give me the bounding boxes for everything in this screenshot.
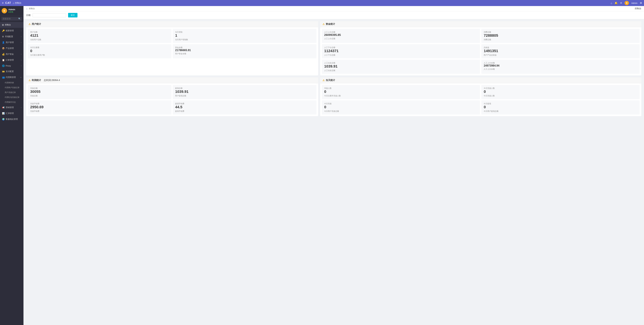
admin-label: Admin [631,2,638,4]
config-icon: ⚙ [2,35,4,38]
stat-value: 2950.69 [30,105,169,109]
user-stats-grid: 用户总数 4121 当前用户总数 当天登陆 1 当天用户登陆数 当天注册量 [28,29,316,58]
sidebar-item-user-manage[interactable]: 👤 用户管理 › [0,39,24,45]
sidebar-item-label: 代理商管理 [6,76,16,79]
warn-icon: ⚠ [28,23,31,25]
sidebar-item-label: 常规配置 [5,35,13,38]
order-icon: 📋 [2,59,5,61]
stat-desc: 用户提现总额 [175,94,314,97]
stat-value: 24973984.94 [484,64,637,67]
submenu-agent-list[interactable]: 代理商列表 [0,80,24,85]
stat-title: 提现总额 [175,87,314,89]
sidebar-item-payment-config[interactable]: 💳 支付配置 [0,68,24,74]
stat-card-manual-out: 人工出款总额 1039.91 人工出款总额 [322,60,480,74]
stat-card-manual-add: 人工上分总额 26099395.85 人工上分总额 [322,29,480,43]
chevron-right-icon: › [21,30,22,32]
settings-button[interactable]: ⚙ [640,1,642,4]
stat-card-today-recharge-count: 今日充值人数 0 今日充值人数 [481,85,640,99]
stat-title: 人工上分总额 [324,31,478,33]
today-stats-body: 充值人数 0 今日注册并充值人数 今日充值人数 0 今日充值人数 今日充值 [320,83,641,116]
search-input[interactable] [3,17,18,20]
stat-title: 当天注册量 [30,46,169,49]
submenu-user-recharge[interactable]: 用户充值记录 [0,90,24,95]
stat-desc: 当天新注册用户数 [30,54,169,56]
stat-value: 7288805 [484,33,637,38]
sidebar-item-label: 用户资金 [6,53,14,56]
stat-value: 1124371 [324,49,478,53]
stat-desc: 用户资金余额 [175,52,314,55]
sidebar-item-common-config[interactable]: ⚙ 常规配置 › [0,34,24,39]
profit-stats-header: ⚠ 利润统计 总利润:26064.4 [26,77,318,83]
hamburger-icon[interactable]: ≡ [2,1,4,4]
stat-title: 人工出款总额 [324,62,478,64]
home-button[interactable]: ⌂ [611,2,612,4]
submenu-agent-log[interactable]: 代理操作日志 [0,100,24,105]
dashboard-icon: ⊞ [2,24,4,26]
panel-row-1: ⚠ 用户统计 用户总数 4121 当前用户总数 当天登陆 [26,21,641,75]
stat-desc: 人工下分总额 [324,54,478,56]
sidebar-user: B Admin ●在线 [0,6,24,15]
sidebar-search-container[interactable]: 🔍 [1,17,22,21]
stat-title: 充值人数 [324,87,478,89]
sidebar-item-agent-manage[interactable]: 👥 代理商管理 ∨ [0,74,24,80]
stat-desc: 人工上分总额 [324,37,478,40]
sidebar-item-proxy[interactable]: 🌐 Proxy › [0,63,24,68]
stat-card-withdraw-fee: 提现手续费 44.5 提现手续费 [173,100,316,114]
stat-desc: 用户产品总收益 [484,54,637,56]
sidebar-item-customer-site[interactable]: 🌍 客服地址管理 [0,116,24,122]
sidebar-item-label: 用户管理 [6,41,14,44]
sidebar-item-order-manage[interactable]: 📋 订单管理 › [0,57,24,63]
stat-value: 4121 [30,33,169,38]
stat-value: 0 [484,105,637,109]
profit-stats-title: 利润统计 [32,79,41,82]
stat-title: 提现手续费 [175,102,314,105]
notification-button[interactable]: 🔔 [614,1,618,4]
stat-value: 1039.91 [324,64,478,68]
user-info: Admin ●在线 [8,8,15,13]
chevron-right-icon: › [21,36,22,37]
sidebar-item-user-funds[interactable]: 💰 用户资金 › [0,51,24,57]
header-breadcrumb-label: 控制台 [15,1,22,4]
warn-icon: ⚠ [322,79,325,82]
stat-card-balance: 资金余额 21786665.91 用户资金余额 [173,44,316,58]
sidebar-item-label: Proxy [6,65,11,67]
profit-stats-grid: 充值总额 30055 充值总额 提现总额 1039.91 用户提现总额 充值手续… [28,85,316,114]
proxy-icon: 🌐 [2,64,5,67]
date-input[interactable] [32,13,66,17]
date-label: 日期 [26,14,30,17]
stat-value: 0 [30,49,169,53]
sidebar-item-label: 权限管理 [6,29,14,32]
stat-card-today-register: 当天注册量 0 当天新注册用户数 [28,44,172,58]
stat-value: 0 [324,89,478,94]
chevron-right-icon: › [21,107,22,108]
sidebar-item-label: 产品管理 [6,47,14,50]
submenu-agent-hongbao[interactable]: 代理红包充值记录 [0,95,24,100]
stat-card-withdraw-total: 提现总额 1039.91 用户提现总额 [173,85,316,99]
stat-desc: 今日用户充值总额 [324,110,478,112]
submit-button[interactable]: 提交 [68,13,78,17]
stat-card-manual-sub: 人工下分总额 1124371 人工下分总额 [322,44,480,58]
stat-desc: 今日用户提现总额 [484,110,637,112]
sidebar-item-marketing[interactable]: 📢 营销管理 › [0,105,24,110]
sidebar-item-label: 控制台 [5,23,11,26]
header-breadcrumb: ⌂ 控制台 [13,1,21,4]
sidebar-item-dashboard[interactable]: ⊞ 控制台 [0,22,24,28]
close-button[interactable]: ✕ [620,1,622,4]
stat-title: 人工下分总额 [324,46,478,49]
agent-icon: 👥 [2,76,5,79]
warn-icon: ⚠ [322,23,325,25]
user-icon: 👤 [2,41,5,44]
stat-desc: 今日注册并充值人数 [324,94,478,97]
sidebar-item-product-manage[interactable]: 📦 产品管理 [0,45,24,51]
profit-stats-body: 充值总额 30055 充值总额 提现总额 1039.91 用户提现总额 充值手续… [26,83,318,116]
stat-card-today-recharge-users: 充值人数 0 今日注册并充值人数 [322,85,480,99]
sidebar-item-settlement[interactable]: 📊 汇净管理 [0,110,24,116]
submenu-agent-recharge[interactable]: 代理商户充值记录 [0,85,24,90]
content-area: ⌂ 控制台 控制台 日期 提交 ⚠ 用户统计 [24,6,644,325]
fund-stats-body: 人工上分总额 26099395.85 人工上分总额 消费总额 7288805 消… [320,27,641,75]
funds-icon: 💰 [2,53,5,55]
stat-value: 0 [324,105,478,109]
warn-icon: ⚠ [28,79,31,82]
permissions-icon: 🔑 [2,29,5,32]
sidebar-item-permissions[interactable]: 🔑 权限管理 › [0,28,24,34]
